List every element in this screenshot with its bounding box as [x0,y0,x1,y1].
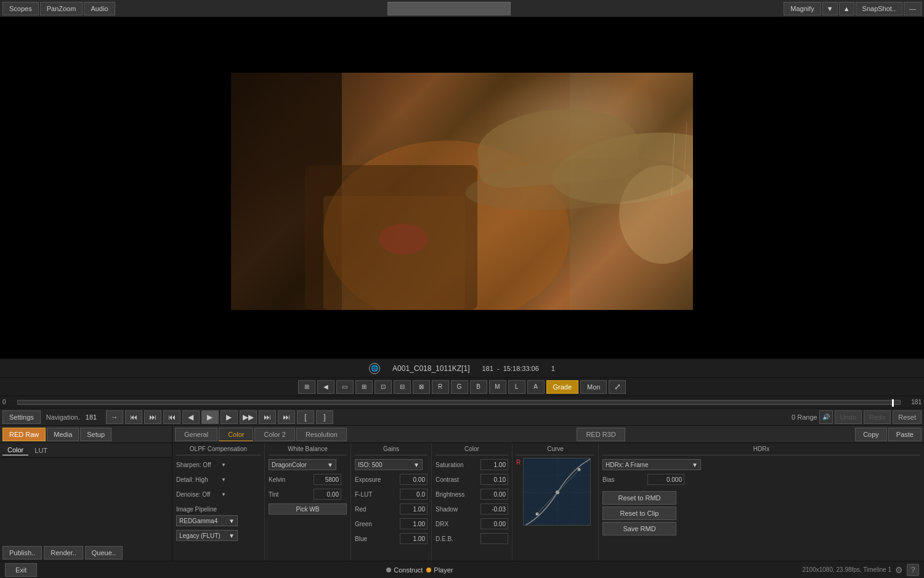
color-main-tab[interactable]: Color [219,428,253,441]
expand-btn[interactable]: ⊠ [413,380,430,394]
pick-wb-button[interactable]: Pick WB [269,503,347,515]
bias-input[interactable] [647,474,684,485]
action-row: Publish.. Render.. Queue.. [0,545,172,561]
plus-btn[interactable]: ⊞ [355,380,373,394]
nav-step-back-btn[interactable]: ◀ [182,410,200,424]
exit-button[interactable]: Exit [5,563,37,577]
reset-clip-button[interactable]: Reset to Clip [602,507,676,520]
green-gain-input[interactable] [400,518,428,529]
r-channel-btn[interactable]: R [432,380,449,394]
save-rmd-button[interactable]: Save RMD [602,522,676,535]
pip-btn[interactable]: ⊟ [394,380,411,394]
settings-gear-icon[interactable]: ⚙ [895,565,903,575]
queue-button[interactable]: Queue.. [85,546,123,560]
deb-input[interactable] [480,533,508,544]
b-channel-btn[interactable]: B [470,380,487,394]
m-channel-btn[interactable]: M [489,380,506,394]
a-channel-btn[interactable]: A [527,380,545,394]
construct-button[interactable]: Construct [386,566,423,574]
settings-button[interactable]: Settings [2,410,41,424]
lut-sub-tab[interactable]: LUT [30,446,52,455]
timecode: 15:18:33:06 [503,365,539,372]
frame-view-btn[interactable]: ⊞ [298,380,315,394]
reset-button[interactable]: Reset [893,410,922,424]
nav-step-fwd-btn[interactable]: ▶ [221,410,238,424]
nav-range-label: Range [797,413,817,421]
curve-graph[interactable] [523,458,591,526]
timeline-track[interactable] [17,400,901,405]
hdrx-aframe-dropdown[interactable]: HDRx: A Frame ▼ [602,459,701,470]
color-sub-tab[interactable]: Color [2,445,28,455]
detail-arrow[interactable]: ▼ [221,477,226,482]
copy-button[interactable]: Copy [855,428,887,441]
minimize-button[interactable]: — [904,2,922,15]
exposure-input[interactable] [400,474,428,485]
dragon-color-dropdown[interactable]: DragonColor ▼ [269,459,336,470]
kelvin-input[interactable] [314,474,341,485]
setup-tab[interactable]: Setup [80,428,111,441]
split-btn[interactable]: ▭ [336,380,354,394]
nav-end-btn[interactable]: ⏭ [278,410,295,424]
magnify-button[interactable]: Magnify [784,2,821,15]
nav-mark-out-btn[interactable]: ] [316,410,333,424]
audio-button[interactable]: Audio [84,2,115,15]
tint-input[interactable] [314,489,341,500]
flut-row: F-LUT [355,487,428,501]
magnify-arrow-button[interactable]: ▼ [822,2,838,15]
resolution-tab[interactable]: Resolution [296,428,347,441]
media-tab[interactable]: Media [47,428,79,441]
nav-forward-btn[interactable]: → [106,410,123,424]
brightness-input[interactable] [480,489,508,500]
saturation-input[interactable] [480,459,508,470]
nav-play-btn[interactable]: ▶ [201,410,219,424]
contrast-input[interactable] [480,474,508,485]
tint-row: Tint [269,487,347,501]
flut-input[interactable] [400,489,428,500]
timeline-thumb [892,399,894,407]
drx-input[interactable] [480,518,508,529]
color2-tab[interactable]: Color 2 [254,428,294,441]
red-gain-input[interactable] [400,503,428,515]
legacy-dropdown[interactable]: Legacy (FLUT) ▼ [176,530,238,541]
mon-button[interactable]: Mon [580,380,607,394]
g-channel-btn[interactable]: G [451,380,468,394]
nav-prev-btn[interactable]: ⏮ [163,410,180,424]
rewind-btn[interactable]: ◀ [317,380,334,394]
curve-svg [524,458,591,526]
nav-next-mark-btn[interactable]: ⏭ [259,410,276,424]
l-channel-btn[interactable]: L [508,380,525,394]
snapshot-button[interactable]: SnapShot.. [856,2,902,15]
nav-start-btn[interactable]: ⏮ [125,410,142,424]
blue-gain-input[interactable] [400,533,428,544]
denoise-arrow[interactable]: ▼ [221,492,226,497]
denoise-row: Denoise: Off ▼ [176,487,261,501]
svg-point-1 [323,140,570,310]
nav-prev-mark-btn[interactable]: ⏭ [144,410,161,424]
sharpen-label: Sharpen: Off [176,462,219,468]
iso-dropdown[interactable]: ISO: 500 ▼ [355,459,423,470]
transport-expand-btn[interactable]: ⤢ [609,380,626,394]
undo-button[interactable]: Undo [835,410,862,424]
scopes-button[interactable]: Scopes [2,2,39,15]
red-r3d-tab[interactable]: RED R3D [577,428,625,441]
help-icon[interactable]: ? [907,564,919,576]
pipeline-dropdown[interactable]: REDGamma4 ▼ [176,515,238,526]
redo-button[interactable]: Redo [864,410,891,424]
nav-next-btn[interactable]: ▶▶ [240,410,257,424]
magnify-up-button[interactable]: ▲ [839,2,854,15]
sharpen-arrow[interactable]: ▼ [221,462,226,468]
panzoom-button[interactable]: PanZoom [40,2,83,15]
publish-button[interactable]: Publish.. [2,546,42,560]
fullscreen-btn[interactable]: ⊡ [375,380,392,394]
red-raw-tab[interactable]: RED Raw [2,428,46,441]
general-tab[interactable]: General [175,428,217,441]
nav-mark-in-btn[interactable]: [ [297,410,314,424]
player-button[interactable]: Player [426,566,453,574]
grade-button[interactable]: Grade [546,380,579,394]
reset-rmd-button[interactable]: Reset to RMD [602,491,676,505]
shadow-input[interactable] [480,503,508,515]
paste-button[interactable]: Paste [888,428,922,441]
volume-button[interactable]: 🔊 [819,410,833,424]
svg-line-6 [684,122,687,184]
render-button[interactable]: Render.. [44,546,83,560]
